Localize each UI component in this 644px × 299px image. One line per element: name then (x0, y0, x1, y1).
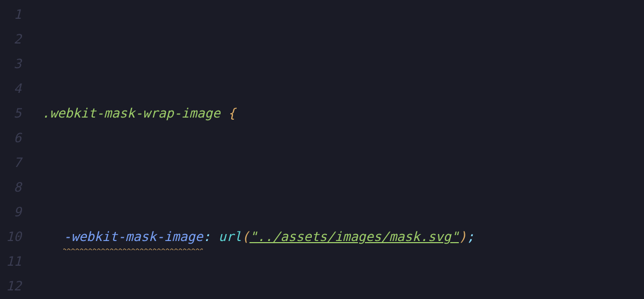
css-function: url (218, 229, 241, 244)
code-line[interactable]: -webkit-mask-image: url("../assets/image… (42, 224, 644, 249)
brace-open: { (228, 106, 236, 121)
code-editor[interactable]: .webkit-mask-wrap-image { -webkit-mask-i… (28, 0, 644, 299)
line-number: 10 (0, 224, 21, 249)
css-string: "../assets/images/mask.svg" (250, 229, 459, 244)
line-number: 12 (0, 274, 21, 298)
line-number: 7 (0, 150, 21, 175)
line-number: 9 (0, 200, 21, 224)
line-number: 1 (0, 2, 21, 27)
line-number: 8 (0, 175, 21, 200)
line-number: 11 (0, 249, 21, 274)
line-number: 2 (0, 27, 21, 52)
line-number-gutter: 1 2 3 4 5 6 7 8 9 10 11 12 (0, 0, 28, 299)
colon: : (203, 229, 210, 244)
line-number: 3 (0, 52, 21, 76)
css-selector: .webkit-mask-wrap-image (42, 106, 220, 121)
paren-close: ) (459, 229, 466, 244)
semicolon: ; (466, 229, 474, 244)
css-property: -webkit-mask-image (63, 224, 203, 249)
line-number: 4 (0, 76, 21, 101)
code-line[interactable]: .webkit-mask-wrap-image { (42, 101, 644, 126)
line-number: 5 (0, 101, 21, 126)
paren-open: ( (241, 229, 249, 244)
line-number: 6 (0, 126, 21, 150)
